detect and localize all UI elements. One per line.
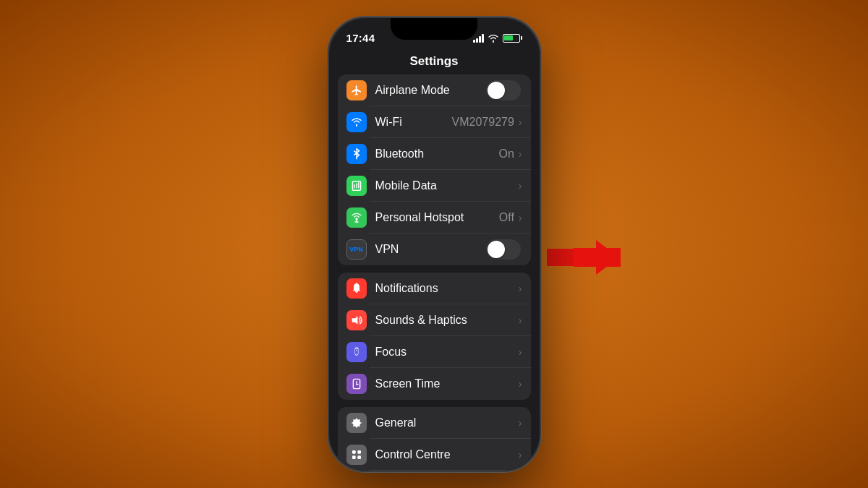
bluetooth-value: On: [498, 147, 514, 160]
wifi-label: Wi-Fi: [375, 116, 452, 129]
phone-frame: 17:44: [328, 17, 541, 472]
volume-up-button[interactable]: [328, 123, 328, 166]
general-icon: [346, 413, 367, 433]
bluetooth-chevron: ›: [519, 148, 522, 160]
wifi-icon: [346, 112, 367, 132]
general-label: General: [375, 416, 517, 429]
airplane-mode-icon: [346, 80, 367, 100]
connectivity-group: Airplane Mode: [338, 74, 531, 265]
personal-hotspot-row[interactable]: Personal Hotspot Off ›: [338, 202, 531, 234]
wifi-row[interactable]: Wi-Fi VM2079279 ›: [338, 106, 531, 138]
notch: [391, 18, 477, 40]
svg-rect-17: [357, 455, 361, 459]
sounds-chevron: ›: [519, 314, 522, 326]
general-row[interactable]: General ›: [338, 407, 531, 439]
battery-icon: [503, 34, 522, 43]
mobile-data-chevron: ›: [519, 180, 522, 192]
hotspot-icon: [346, 207, 367, 228]
svg-marker-10: [352, 316, 357, 324]
phone-screen: 17:44: [329, 18, 540, 471]
sounds-icon: [346, 310, 367, 330]
focus-label: Focus: [375, 346, 517, 359]
power-button[interactable]: [540, 130, 541, 188]
status-icons: [473, 34, 522, 43]
page-title: Settings: [329, 50, 540, 74]
vpn-icon: VPN: [346, 239, 367, 260]
bluetooth-icon: [346, 144, 367, 164]
vpn-row[interactable]: VPN VPN: [338, 234, 531, 265]
svg-point-0: [356, 124, 357, 126]
wifi-status-icon: [488, 34, 499, 43]
airplane-mode-row[interactable]: Airplane Mode: [338, 74, 531, 106]
settings-content: Airplane Mode: [329, 74, 540, 471]
signal-icon: [473, 34, 484, 43]
hotspot-label: Personal Hotspot: [375, 211, 499, 224]
volume-down-button[interactable]: [328, 174, 328, 217]
svg-rect-14: [352, 450, 356, 454]
sounds-label: Sounds & Haptics: [375, 314, 517, 327]
mobile-data-row[interactable]: Mobile Data ›: [338, 170, 531, 202]
vpn-label: VPN: [375, 243, 486, 256]
vpn-toggle[interactable]: [486, 239, 521, 260]
notifications-chevron: ›: [519, 283, 522, 294]
svg-rect-16: [352, 455, 356, 459]
airplane-mode-label: Airplane Mode: [375, 84, 486, 97]
general-group: General › Control: [338, 407, 531, 471]
screen-time-label: Screen Time: [375, 377, 517, 390]
focus-arrow: [574, 248, 621, 267]
phone-container: 17:44: [328, 17, 541, 472]
arrow-body: [574, 248, 621, 267]
screen-time-chevron: ›: [519, 378, 522, 390]
focus-icon: [346, 342, 367, 362]
control-centre-label: Control Centre: [375, 448, 517, 461]
wifi-chevron: ›: [519, 116, 522, 128]
control-centre-row[interactable]: Control Centre ›: [338, 439, 531, 471]
notifications-label: Notifications: [375, 282, 517, 295]
sounds-row[interactable]: Sounds & Haptics ›: [338, 304, 531, 336]
mobile-data-label: Mobile Data: [375, 179, 517, 192]
wifi-value: VM2079279: [452, 116, 514, 129]
screen-time-icon: [346, 374, 367, 394]
bluetooth-row[interactable]: Bluetooth On ›: [338, 138, 531, 170]
notifications-group: Notifications › Sounds & Haptics: [338, 273, 531, 400]
hotspot-value: Off: [499, 211, 514, 224]
screen-time-row[interactable]: Screen Time ›: [338, 368, 531, 400]
focus-chevron: ›: [519, 346, 522, 358]
control-centre-icon: [346, 445, 367, 465]
mobile-data-icon: [346, 176, 367, 196]
bluetooth-label: Bluetooth: [375, 147, 499, 160]
status-time: 17:44: [346, 32, 375, 44]
hotspot-chevron: ›: [519, 212, 522, 223]
focus-row[interactable]: Focus ›: [338, 336, 531, 368]
general-chevron: ›: [519, 417, 522, 429]
airplane-mode-toggle[interactable]: [486, 80, 521, 100]
svg-rect-15: [357, 450, 361, 454]
notifications-icon: [346, 278, 367, 299]
notifications-row[interactable]: Notifications ›: [338, 273, 531, 304]
control-centre-chevron: ›: [519, 449, 522, 461]
